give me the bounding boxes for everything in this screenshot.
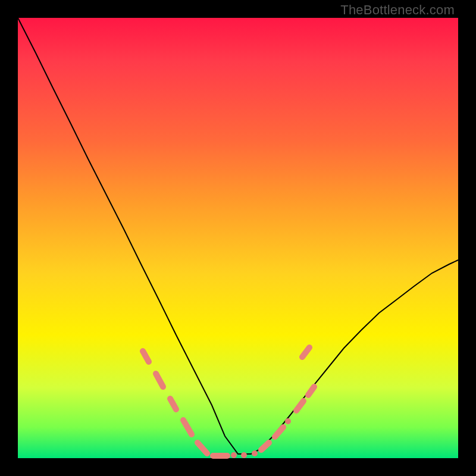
svg-line-13 xyxy=(308,387,314,395)
chart-frame xyxy=(18,18,458,458)
watermark-text: TheBottleneck.com xyxy=(340,2,455,18)
highlight-left xyxy=(143,351,258,458)
curve-path xyxy=(18,18,458,454)
svg-line-0 xyxy=(143,351,149,362)
svg-point-7 xyxy=(241,452,247,458)
svg-point-8 xyxy=(252,450,258,456)
svg-line-2 xyxy=(170,399,176,409)
svg-line-12 xyxy=(296,401,303,411)
svg-line-9 xyxy=(261,443,269,450)
svg-line-14 xyxy=(302,347,309,357)
svg-line-4 xyxy=(198,443,207,453)
svg-line-10 xyxy=(275,427,283,437)
highlight-right xyxy=(261,347,314,450)
svg-line-3 xyxy=(183,420,192,434)
bottleneck-curve xyxy=(18,18,458,458)
svg-point-11 xyxy=(285,418,291,424)
svg-point-6 xyxy=(231,452,237,458)
svg-line-1 xyxy=(156,374,163,387)
